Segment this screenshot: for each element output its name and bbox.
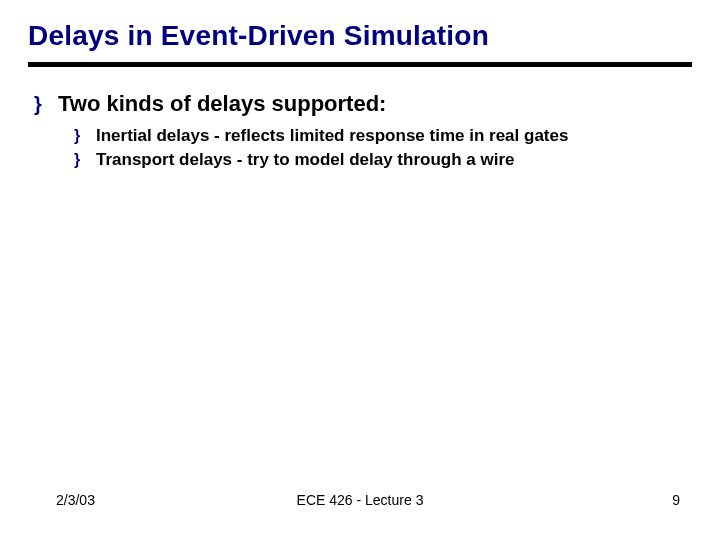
slide-title: Delays in Event-Driven Simulation — [28, 20, 692, 52]
title-rule — [28, 62, 692, 67]
slide-footer: 2/3/03 ECE 426 - Lecture 3 9 — [0, 492, 720, 508]
footer-page-number: 9 — [672, 492, 680, 508]
footer-date: 2/3/03 — [56, 492, 95, 508]
bullet-level1-text: Two kinds of delays supported: — [58, 91, 386, 117]
bullet-level2-text: Transport delays - try to model delay th… — [96, 149, 514, 171]
sub-bullet-group: } Inertial delays - reflects limited res… — [34, 125, 692, 171]
bullet-glyph-icon: } — [74, 149, 96, 171]
bullet-glyph-icon: } — [34, 91, 58, 117]
bullet-level2-text: Inertial delays - reflects limited respo… — [96, 125, 568, 147]
footer-center: ECE 426 - Lecture 3 — [297, 492, 424, 508]
bullet-level1: } Two kinds of delays supported: — [34, 91, 692, 117]
bullet-level2: } Inertial delays - reflects limited res… — [74, 125, 692, 147]
slide-content: } Two kinds of delays supported: } Inert… — [28, 91, 692, 540]
slide: Delays in Event-Driven Simulation } Two … — [0, 0, 720, 540]
bullet-level2: } Transport delays - try to model delay … — [74, 149, 692, 171]
bullet-glyph-icon: } — [74, 125, 96, 147]
